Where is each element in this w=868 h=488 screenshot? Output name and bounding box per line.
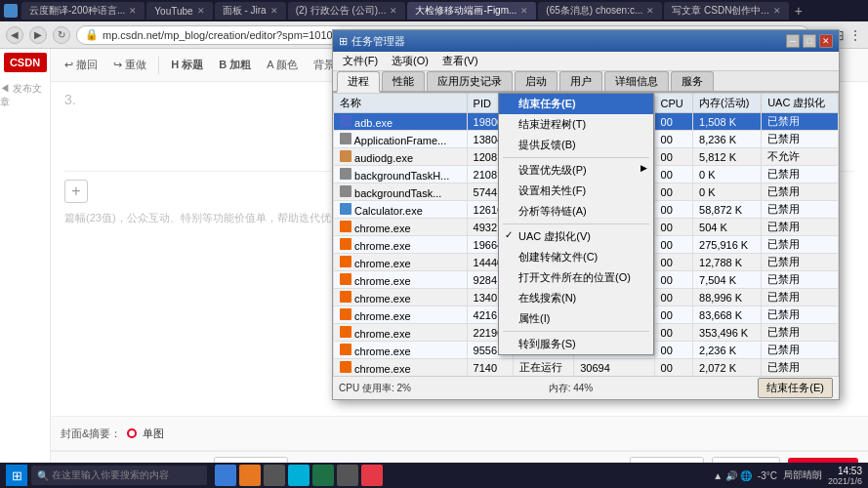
proc-uac: 已禁用 xyxy=(762,113,839,131)
proc-cpu: 00 xyxy=(654,324,692,342)
forward-button[interactable]: ▶ xyxy=(29,26,47,44)
clock[interactable]: 14:53 2021/1/6 xyxy=(828,466,862,486)
toolbar-redo[interactable]: ↪ 重做 xyxy=(107,56,152,74)
refresh-button[interactable]: ↻ xyxy=(53,26,70,44)
tab-1-close[interactable]: ✕ xyxy=(129,6,137,16)
tm-menu-options[interactable]: 选项(O) xyxy=(386,53,434,69)
tab-3[interactable]: 面板 - Jira ✕ xyxy=(215,2,286,20)
tm-minimize-btn[interactable]: ─ xyxy=(786,34,800,48)
cover-option: 单图 xyxy=(143,427,164,441)
tm-tab-startup[interactable]: 启动 xyxy=(515,71,558,91)
ctx-analyze[interactable]: 分析等待链(A) xyxy=(499,201,653,222)
back-button[interactable]: ◀ xyxy=(6,26,23,44)
tm-window-controls: ─ □ ✕ xyxy=(786,34,833,48)
tab-3-close[interactable]: ✕ xyxy=(270,6,278,16)
tab-4-close[interactable]: ✕ xyxy=(390,6,397,16)
tm-maximize-btn[interactable]: □ xyxy=(803,34,816,48)
ctx-affinity[interactable]: 设置相关性(F) xyxy=(499,181,653,201)
temp-display: -3°C xyxy=(758,470,777,481)
tab-7[interactable]: 写文章 CSDN创作中... ✕ xyxy=(664,2,788,20)
tab-2[interactable]: YouTube ✕ xyxy=(146,2,212,20)
tm-close-btn[interactable]: ✕ xyxy=(819,34,833,48)
tm-end-task-btn[interactable]: 结束任务(E) xyxy=(758,378,833,398)
tm-tab-performance[interactable]: 性能 xyxy=(382,71,425,91)
proc-icon xyxy=(340,115,351,127)
ctx-search[interactable]: 在线搜索(N) xyxy=(499,288,653,308)
proc-mem: 0 K xyxy=(693,166,762,183)
proc-cpu: 00 xyxy=(654,236,692,254)
th-uac[interactable]: UAC 虚拟化 xyxy=(762,94,839,113)
tm-tab-details[interactable]: 详细信息 xyxy=(604,71,669,91)
ctx-feedback[interactable]: 提供反馈(B) xyxy=(499,135,653,155)
th-mem[interactable]: 内存(活动) xyxy=(693,94,762,113)
csdn-logo: CSDN xyxy=(4,53,47,72)
proc-mem: 353,496 K xyxy=(693,324,762,342)
ctx-uac[interactable]: UAC 虚拟化(V) xyxy=(499,226,653,247)
toolbar-bold[interactable]: B 加粗 xyxy=(213,56,257,74)
ctx-dump[interactable]: 创建转储文件(C) xyxy=(499,247,653,267)
tab-5-close[interactable]: ✕ xyxy=(520,6,528,16)
browser-tab-bar: 云度翻译-200种语言... ✕ YouTube ✕ 面板 - Jira ✕ (… xyxy=(0,0,868,21)
proc-name-cell: chrome.exe xyxy=(334,254,468,271)
th-cpu[interactable]: CPU xyxy=(654,94,692,113)
cover-radio-single[interactable] xyxy=(127,428,137,438)
proc-mem: 12,788 K xyxy=(693,254,762,271)
new-tab-btn[interactable]: + xyxy=(795,3,803,19)
taskbar-app-1[interactable] xyxy=(215,465,236,486)
toolbar-color[interactable]: A 颜色 xyxy=(261,56,304,74)
th-name[interactable]: 名称 xyxy=(334,94,468,113)
tm-tab-users[interactable]: 用户 xyxy=(559,71,602,91)
proc-icon xyxy=(340,291,351,303)
taskbar-app-5[interactable] xyxy=(312,465,334,486)
ctx-properties[interactable]: 属性(I) xyxy=(499,308,653,329)
proc-icon xyxy=(340,326,351,338)
ctx-services[interactable]: 转到服务(S) xyxy=(499,334,653,354)
tm-tab-processes[interactable]: 进程 xyxy=(337,71,380,93)
ctx-end-tree[interactable]: 结束进程树(T) xyxy=(499,114,653,135)
taskbar-app-3[interactable] xyxy=(264,465,285,486)
sidebar-back-btn[interactable]: ◀ 发布文章 xyxy=(0,82,50,109)
proc-name-cell: chrome.exe xyxy=(334,324,468,342)
taskbar-app-4[interactable] xyxy=(288,465,310,486)
tab-2-close[interactable]: ✕ xyxy=(197,6,205,16)
tab-1[interactable]: 云度翻译-200种语言... ✕ xyxy=(21,2,145,20)
tm-titlebar: ⊞ 任务管理器 ─ □ ✕ xyxy=(333,30,839,52)
taskbar-system-tray: ▲ 🔊 🌐 -3°C 局部晴朗 14:53 2021/1/6 xyxy=(713,466,862,486)
taskbar-app-7[interactable] xyxy=(361,465,383,486)
ctx-end-task[interactable]: 结束任务(E) xyxy=(499,94,653,114)
weather-display: 局部晴朗 xyxy=(783,468,822,482)
tm-tab-services[interactable]: 服务 xyxy=(671,71,714,91)
tm-tab-app-history[interactable]: 应用历史记录 xyxy=(427,71,513,91)
taskbar-app-2[interactable] xyxy=(239,465,261,486)
tab-7-label: 写文章 CSDN创作中... xyxy=(672,4,768,18)
tab-4[interactable]: (2) 行政公告 (公司)... ✕ xyxy=(288,2,406,20)
table-row[interactable]: chrome.exe 7140 正在运行 30694 00 2,072 K 已禁… xyxy=(334,359,839,377)
toolbar-undo[interactable]: ↩ 撤回 xyxy=(59,56,103,74)
ctx-open-location[interactable]: 打开文件所在的位置(O) xyxy=(499,267,653,288)
tab-5[interactable]: 大检修移动端画-Figm... ✕ xyxy=(407,2,536,20)
search-bar[interactable]: 🔍 在这里输入你要搜索的内容 xyxy=(31,466,207,485)
proc-uac: 已禁用 xyxy=(762,289,839,306)
taskbar-app-6[interactable] xyxy=(337,465,358,486)
proc-name-cell: chrome.exe xyxy=(334,342,468,359)
tab-6[interactable]: (65条消息) chosen:c... ✕ xyxy=(538,2,662,20)
clock-time: 14:53 xyxy=(828,466,862,476)
tm-bottom-bar: CPU 使用率: 2% 内存: 44% 结束任务(E) xyxy=(333,376,839,399)
toolbar-sep-1 xyxy=(158,57,159,74)
proc-mem: 504 K xyxy=(693,219,762,236)
proc-name-cell: backgroundTaskH... xyxy=(334,166,468,183)
proc-name-cell: chrome.exe xyxy=(334,236,468,254)
tab-6-close[interactable]: ✕ xyxy=(646,6,654,16)
menu-icon[interactable]: ⋮ xyxy=(848,27,862,43)
proc-name-cell: adb.exe xyxy=(334,113,468,131)
tm-menu-file[interactable]: 文件(F) xyxy=(337,53,384,69)
proc-mem: 2,072 K xyxy=(693,359,762,377)
tm-menu-view[interactable]: 查看(V) xyxy=(436,53,484,69)
ctx-priority[interactable]: 设置优先级(P) xyxy=(499,160,653,181)
tab-7-close[interactable]: ✕ xyxy=(773,6,781,16)
proc-mem: 58,872 K xyxy=(693,201,762,219)
add-content-btn[interactable]: + xyxy=(64,180,88,203)
start-button[interactable]: ⊞ xyxy=(6,465,27,486)
toolbar-heading[interactable]: H 标题 xyxy=(165,56,209,74)
proc-icon xyxy=(340,185,351,197)
